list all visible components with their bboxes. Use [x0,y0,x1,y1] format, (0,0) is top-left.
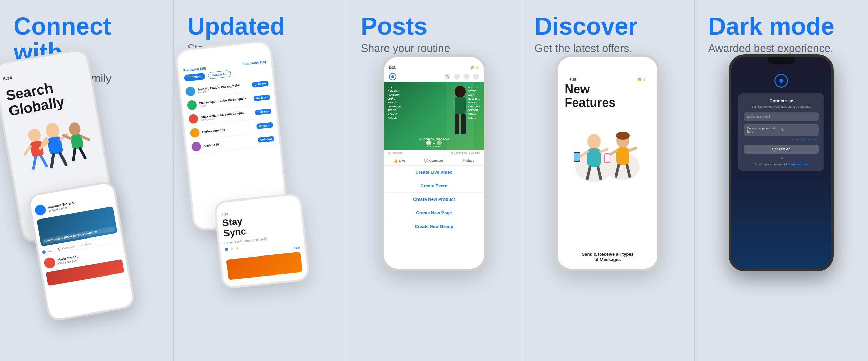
s3-time: 6:36 [389,66,396,70]
section-discover: Discover Get the latest offers. 6:35 ·-·… [521,0,694,361]
unfollow-btn[interactable]: Unfollow [258,136,274,143]
svg-rect-21 [461,114,466,134]
comment-action[interactable]: 💬 Comment [424,159,443,163]
svg-line-2 [24,147,31,154]
s3-topbar: 🔍 [384,70,484,82]
login-button[interactable]: Conecte-se [744,145,819,154]
register-link[interactable]: Register Here [788,163,808,166]
section5-subtitle: Awarded best experience. [708,42,854,55]
post-actions: 👍 Like 💬 Comment ↗ Share [384,156,484,166]
svg-point-24 [587,134,601,149]
svg-point-12 [68,122,81,136]
svg-rect-34 [616,147,629,165]
create-new-page[interactable]: Create New Page [384,206,484,220]
phone-dark-mode: Conecte-se Stay logged into your account… [729,54,834,271]
app-logo-small [389,73,396,80]
post-image: GUI GIOVANNI PANILSON SIMÃO KIBEXA LOURE… [384,82,484,150]
orange-image [226,252,302,280]
svg-rect-28 [574,153,580,161]
svg-rect-25 [587,148,601,167]
login-card-subtitle: Stay logged into your account to be upda… [744,105,819,108]
unfollow-btn[interactable]: Unfollow [254,94,270,101]
search-globally-text: Search Globally [5,75,88,119]
create-new-group[interactable]: Create New Group [384,220,484,233]
create-live-video[interactable]: Create Live Video [384,166,484,179]
svg-point-6 [44,122,60,139]
s4-statusbar: 6:35 ·-·📶🔋 [565,69,651,82]
unfollow-btn[interactable]: Unfollow [255,108,272,115]
section-posts: Posts Share your routine 6:36 📶🔋 🔍 [347,0,520,361]
phone-social-feed: Antunes Blanco posted a photo GOVERNANÇA… [27,180,136,322]
forgot-password[interactable]: Esqueceu sua Senha? [744,138,819,141]
email-input[interactable]: Digite seu e-mail [744,112,819,121]
svg-line-5 [41,155,46,167]
people-illustration [565,123,651,184]
login-card-title: Conecte-se [744,98,819,103]
section2-title: Updated [187,14,333,39]
section-connect: Connect with Friends and Family 6:34 Sea… [0,0,173,361]
players-left: GUI GIOVANNI PANILSON SIMÃO KIBEXA LOURE… [388,86,401,120]
reaction-count: 2 Reactions [388,151,402,154]
svg-rect-19 [455,97,466,114]
section3-title: Posts [361,14,507,39]
comment-count: 0 Comments · 0 Shares [451,151,480,154]
svg-line-15 [82,136,88,141]
section5-title: Dark mode [708,14,854,39]
svg-point-33 [616,132,630,140]
svg-line-17 [80,148,85,159]
section4-subtitle: Get the latest offers. [535,42,681,55]
send-receive-text: Send & Receive all types of Messages [565,252,651,262]
svg-rect-20 [455,114,459,134]
svg-rect-37 [605,154,610,162]
unfollow-btn[interactable]: Unfollow [252,81,269,88]
phone-posts: 6:36 📶🔋 🔍 GUI [381,54,487,271]
svg-line-4 [32,157,37,169]
register-text: Don't have an account ? Register Here [744,163,819,166]
svg-point-0 [27,128,41,144]
svg-point-18 [455,86,466,98]
phone-stay-sync: 6:34 Stay Sync Connect with friends and … [213,192,310,289]
unfollow-btn[interactable]: Unfollow [256,122,273,129]
section4-title: Discover [535,14,681,39]
people-illustration [12,112,100,186]
create-new-product[interactable]: Create New Product [384,193,484,206]
like-action[interactable]: 👍 Like [394,159,405,163]
app-logo-dark [774,74,788,88]
or-divider: Or [744,156,819,160]
login-card: Conecte-se Stay logged into your account… [738,93,824,171]
section-updated: Updated Stay up to dated Following (38) … [173,0,347,361]
svg-line-35 [609,151,616,155]
password-input-row[interactable]: Enter your password here 👁 [744,124,819,136]
svg-line-11 [60,153,66,165]
share-action[interactable]: ↗ Share [462,159,474,163]
reactions-bar: 2 Reactions 0 Comments · 0 Shares [384,150,484,156]
section-dark-mode: Dark mode Awarded best experience. Conec… [694,0,868,361]
svg-line-29 [601,149,607,152]
phone-discover: 6:35 ·-·📶🔋 New Features [555,54,660,271]
section3-subtitle: Share your routine [361,42,507,55]
create-event[interactable]: Create Event [384,179,484,193]
svg-line-38 [629,148,636,151]
password-placeholder: Enter your password here [747,127,781,133]
svg-line-10 [49,155,55,167]
s4-time: 6:35 [569,78,576,82]
match-info: 6ª JORNADA | JOGO Nº43 X 4 DE JANEIRO [384,138,484,147]
svg-line-16 [71,150,76,160]
password-eye-icon[interactable]: 👁 [781,128,815,132]
following-count: Following (38) [183,66,206,72]
new-features-title: New Features [565,82,651,109]
